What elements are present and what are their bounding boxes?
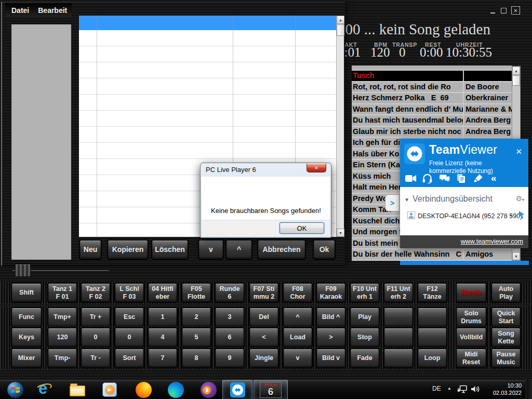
key-pause-music[interactable]: Pause Music (491, 349, 521, 368)
key-func[interactable]: Func (11, 308, 42, 327)
key-blank[interactable] (384, 328, 413, 347)
key-bild-^[interactable]: Bild ^ (316, 308, 345, 327)
key-blank[interactable] (384, 308, 413, 327)
key-play[interactable]: Play (350, 308, 379, 327)
key-l-schl-f-03[interactable]: L Schl F 03 (115, 283, 144, 302)
grid-row[interactable] (79, 143, 336, 159)
key-blank[interactable] (418, 328, 447, 347)
taskbar-item-start[interactable] (3, 380, 27, 399)
key-blank[interactable] (418, 308, 447, 327)
key-auto-play[interactable]: Auto Play (491, 283, 521, 302)
key-2[interactable]: 2 (182, 308, 211, 327)
key-tmp+[interactable]: Tmp+ (48, 308, 77, 327)
empty-list-panel[interactable] (11, 24, 71, 260)
key-v[interactable]: v (283, 349, 312, 368)
action-neu[interactable]: Neu (79, 240, 101, 259)
action-l-schen[interactable]: Löschen (152, 240, 188, 259)
taskbar-item-edge[interactable] (165, 380, 187, 399)
headset-icon[interactable] (422, 174, 440, 183)
key-f09-karaok[interactable]: F09 Karaok (316, 283, 345, 302)
grid-row[interactable] (79, 46, 336, 62)
teamviewer-link[interactable]: www.teamviewer.com (461, 238, 523, 245)
menu-bearbeit[interactable]: Bearbeit (38, 6, 67, 15)
taskbar-item-internet-explorer[interactable]: e (33, 380, 55, 399)
key-7[interactable]: 7 (148, 349, 177, 368)
collapse-icon[interactable]: « (491, 173, 508, 183)
connect-cursor-icon[interactable] (517, 210, 526, 221)
key-<[interactable]: < (249, 328, 278, 347)
connections-section-label[interactable]: Verbindungsübersicht (413, 194, 493, 204)
ok-button[interactable]: OK (280, 222, 324, 234)
key-jingle[interactable]: Jingle (249, 349, 278, 368)
key->[interactable]: > (316, 328, 345, 347)
section-triangle-icon[interactable]: ▼ (404, 197, 409, 203)
grid-row[interactable] (79, 30, 336, 46)
key-120[interactable]: 120 (48, 328, 77, 347)
key-mixer[interactable]: Mixer (11, 349, 42, 368)
tray-clock[interactable]: 10:30 02.03.2022 (487, 382, 522, 396)
key-tr--[interactable]: Tr - (81, 349, 110, 368)
key-fade[interactable]: Fade (350, 349, 379, 368)
key-5[interactable]: 5 (182, 328, 211, 347)
copy-icon[interactable] (457, 174, 474, 183)
action-kopieren[interactable]: Kopieren (108, 240, 148, 259)
action--[interactable]: ^ (226, 240, 252, 259)
scroll-down-icon[interactable]: ▼ (337, 229, 344, 237)
grid-row[interactable] (79, 127, 336, 143)
key-quick-start[interactable]: Quick Start (491, 308, 521, 327)
key-song-kette[interactable]: Song Kette (491, 328, 521, 347)
scroll-thumb[interactable] (337, 24, 344, 36)
key-shift[interactable]: Shift (11, 283, 42, 302)
action-ok[interactable]: Ok (313, 240, 335, 259)
grid-row[interactable] (79, 95, 336, 111)
key-3[interactable]: 3 (215, 308, 244, 327)
grid-scrollbar[interactable]: ▲ ▼ (336, 16, 344, 237)
volume-slider-handle[interactable] (15, 264, 31, 277)
network-icon[interactable] (457, 384, 468, 396)
computer-dropdown-icon[interactable]: ▼ (509, 214, 513, 218)
grid-row[interactable] (79, 111, 336, 127)
key-sort[interactable]: Sort (115, 349, 144, 368)
key-f07-sti-mmu-2[interactable]: F07 Sti mmu 2 (249, 283, 278, 302)
key-esc[interactable]: Esc (115, 308, 144, 327)
language-indicator[interactable]: DE (432, 385, 441, 392)
scroll-up-icon[interactable]: ▲ (337, 16, 344, 24)
taskbar-item-pclp6[interactable]: PCLP6 (254, 380, 288, 399)
key-0[interactable]: 0 (115, 328, 144, 347)
key-stop[interactable]: Stop (350, 328, 379, 347)
teamviewer-close-icon[interactable]: ✕ (515, 147, 522, 156)
taskbar-item-file-explorer[interactable] (66, 380, 88, 399)
key-9[interactable]: 9 (215, 349, 244, 368)
key-del[interactable]: Del (249, 308, 278, 327)
grid-row[interactable] (79, 62, 336, 78)
key-midi-reset[interactable]: Midi Reset (456, 349, 486, 368)
key-f10-unt-erh-1[interactable]: F10 Unt erh 1 (350, 283, 379, 302)
dialog-close-button[interactable]: ✕ (307, 164, 326, 172)
key-6[interactable]: 6 (215, 328, 244, 347)
key-blank[interactable] (384, 349, 413, 368)
key-1[interactable]: 1 (148, 308, 177, 327)
key-keys[interactable]: Keys (11, 328, 42, 347)
taskbar-item-media-player[interactable]: ▶ (99, 380, 121, 399)
key-4[interactable]: 4 (148, 328, 177, 347)
action-abbrechen[interactable]: Abbrechen (258, 240, 305, 259)
taskbar-item-teamviewer[interactable] (222, 380, 252, 399)
chat-icon[interactable] (440, 174, 457, 183)
teamviewer-expand-tab[interactable]: > (385, 194, 399, 211)
volume-icon[interactable] (470, 384, 480, 396)
key-f05-flotte[interactable]: F05 Flotte (182, 283, 211, 302)
menu-datei[interactable]: Datei (11, 6, 29, 15)
key-loop[interactable]: Loop (418, 349, 447, 368)
key-8[interactable]: 8 (182, 349, 211, 368)
key-tr-+[interactable]: Tr + (81, 308, 110, 327)
taskbar-item-firefox[interactable] (132, 380, 154, 399)
action-v[interactable]: v (198, 240, 223, 259)
key-vollbild[interactable]: Vollbild (456, 328, 486, 347)
key-f12-tänze[interactable]: F12 Tänze (418, 283, 447, 302)
brush-icon[interactable] (474, 174, 491, 183)
key-0[interactable]: 0 (81, 328, 110, 347)
key-tmp-[interactable]: Tmp- (48, 349, 77, 368)
key-runde-6[interactable]: Runde 6 (215, 283, 244, 302)
key-runde[interactable]: Runde (456, 283, 486, 302)
key-bild-v[interactable]: Bild v (316, 349, 345, 368)
